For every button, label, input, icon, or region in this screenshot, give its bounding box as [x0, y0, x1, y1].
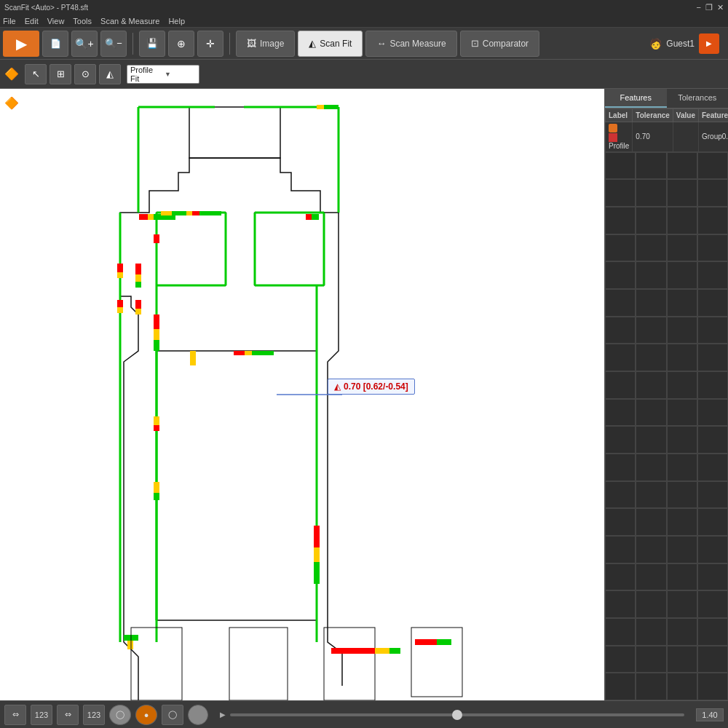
grid-cell	[605, 426, 636, 454]
svg-rect-26	[154, 340, 159, 351]
menu-tools[interactable]: Tools	[73, 17, 92, 25]
svg-rect-65	[154, 425, 159, 431]
tab-scanfit[interactable]: ◭ Scan Fit	[298, 31, 363, 57]
grid-cell	[636, 371, 666, 399]
svg-rect-83	[117, 264, 123, 272]
bottom-btn-2[interactable]: 123	[31, 705, 52, 725]
grid-cell	[667, 618, 697, 646]
grid-cell	[605, 207, 636, 234]
user-icon: 🧑	[649, 38, 662, 50]
maximize-btn[interactable]: ❐	[705, 3, 713, 12]
table-row[interactable]: Profile 0.70 Group0...	[606, 122, 729, 152]
tab-scanmeasure[interactable]: ↔ Scan Measure	[365, 31, 456, 57]
features-table: Label Tolerance Value Feature Profile 0.…	[605, 108, 728, 152]
svg-rect-75	[186, 211, 192, 215]
grid-cell	[605, 152, 636, 180]
profile-tool-btn[interactable]: ◭	[99, 64, 121, 84]
grid-cell	[636, 152, 666, 180]
grid-cell	[667, 261, 697, 289]
grid-cell	[605, 261, 636, 289]
svg-rect-56	[331, 648, 375, 654]
profile-fit-label: Profile Fit	[130, 66, 162, 83]
profile-fit-dropdown[interactable]: Profile Fit ▼	[127, 65, 199, 84]
menu-scan-measure[interactable]: Scan & Measure	[100, 17, 159, 25]
grid-cell	[697, 261, 728, 289]
zoom-in-btn[interactable]: 🔍+	[71, 31, 98, 57]
grid-cell	[667, 207, 697, 234]
cell-feature: Group0...	[699, 122, 729, 152]
svg-rect-62	[252, 351, 274, 355]
play-button[interactable]: ▶	[3, 31, 39, 57]
bottom-btn-8[interactable]	[188, 705, 208, 725]
window-controls[interactable]: − ❐ ✕	[697, 3, 724, 12]
menu-help[interactable]: Help	[168, 17, 185, 25]
zoom-value-display: 1.40	[696, 708, 724, 721]
grid-cell	[605, 646, 636, 673]
grid-cell	[636, 563, 666, 591]
canvas-area[interactable]: 🔶	[0, 89, 604, 700]
svg-rect-29	[314, 547, 320, 562]
svg-rect-86	[117, 307, 123, 313]
grid-cell	[605, 590, 636, 618]
cell-tolerance: 0.70	[633, 122, 673, 152]
grid-cell	[636, 289, 666, 317]
svg-rect-85	[117, 300, 123, 307]
svg-rect-18	[139, 214, 148, 220]
menu-file[interactable]: File	[3, 17, 16, 25]
open-file-btn[interactable]: 📄	[42, 31, 68, 57]
grid-cell	[636, 399, 666, 427]
svg-rect-60	[234, 351, 245, 355]
pan-btn[interactable]: ⊕	[168, 31, 194, 57]
select-tool-btn[interactable]: ↖	[25, 64, 47, 84]
col-value: Value	[673, 109, 698, 122]
grid-cell	[605, 563, 636, 591]
grid-cell	[697, 618, 728, 646]
bottom-btn-3[interactable]: ⇔	[57, 705, 79, 725]
grid-cell	[697, 590, 728, 618]
menu-edit[interactable]: Edit	[25, 17, 39, 25]
tab-image[interactable]: 🖼 Image	[236, 31, 295, 57]
corner-action-btn[interactable]: ▶	[699, 33, 719, 54]
grid-cell	[697, 152, 728, 180]
zoom-slider-container[interactable]: ▶	[213, 711, 692, 719]
move-btn[interactable]: ✛	[197, 31, 223, 57]
minimize-btn[interactable]: −	[697, 3, 701, 12]
close-btn[interactable]: ✕	[717, 3, 724, 12]
bottom-btn-4[interactable]: 123	[83, 705, 105, 725]
grid-cell	[667, 317, 697, 344]
svg-rect-57	[375, 648, 389, 654]
zoom-slider[interactable]	[230, 713, 684, 716]
grid-cell	[605, 317, 636, 344]
svg-rect-76	[192, 211, 199, 215]
grid-cell	[605, 289, 636, 317]
zoom-out-btn[interactable]: 🔍−	[100, 31, 127, 57]
bottom-btn-1[interactable]: ⇔	[4, 705, 26, 725]
grid-cell	[667, 536, 697, 563]
bottom-bar: ⇔ 123 ⇔ 123 ◯ ● ◯ ▶ 1.40	[0, 700, 728, 728]
bottom-btn-6[interactable]: ●	[135, 705, 157, 725]
grid-cell	[697, 536, 728, 563]
bottom-btn-7[interactable]: ◯	[162, 705, 183, 725]
menu-view[interactable]: View	[47, 17, 65, 25]
save-btn[interactable]: 💾	[139, 31, 165, 57]
tab-comparator[interactable]: ⊡ Comparator	[460, 31, 539, 57]
grid-cell	[667, 426, 697, 454]
tab-tolerances[interactable]: Tolerances	[667, 89, 729, 108]
svg-rect-13	[135, 264, 141, 274]
side-orange-icon: 🔶	[4, 96, 19, 110]
circle-tool-btn[interactable]: ⊙	[74, 64, 96, 84]
menu-bar: File Edit View Tools Scan & Measure Help	[0, 15, 728, 28]
svg-rect-61	[245, 351, 252, 355]
grid-cell	[697, 234, 728, 262]
tab-features[interactable]: Features	[605, 89, 667, 108]
grid-cell	[605, 618, 636, 646]
grid-cell	[667, 454, 697, 481]
bottom-btn-5[interactable]: ◯	[109, 705, 131, 725]
grid-cell	[697, 563, 728, 591]
panel-grid: // Will be populated by JS below	[605, 152, 728, 700]
grid-tool-btn[interactable]: ⊞	[50, 64, 71, 84]
grid-cell	[636, 179, 666, 207]
comparator-tab-icon: ⊡	[471, 38, 479, 49]
cell-label: Profile	[606, 122, 633, 152]
grid-cell	[605, 399, 636, 427]
